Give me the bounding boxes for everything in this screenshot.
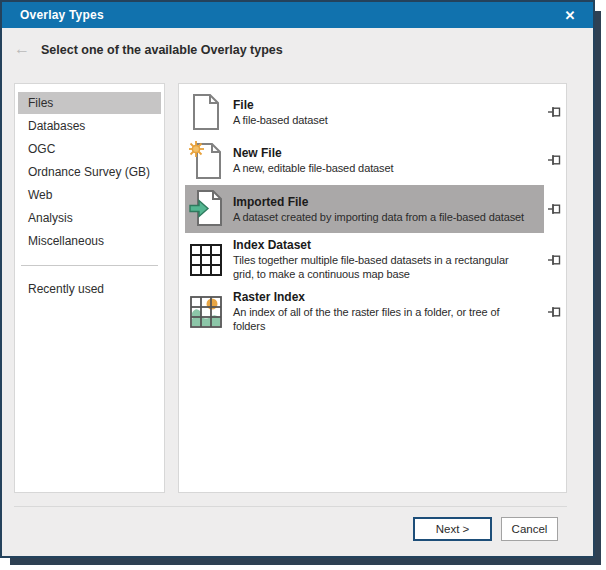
list-item: Index Dataset Tiles together multiple fi… [185,234,564,285]
overlay-type-index-dataset[interactable]: Index Dataset Tiles together multiple fi… [185,234,544,285]
pin-icon[interactable] [544,203,564,215]
overlay-type-title: Index Dataset [233,238,540,253]
category-sidebar: Files Databases OGC Ordnance Survey (GB)… [14,83,165,493]
pin-icon[interactable] [544,254,564,266]
overlay-type-description: Tiles together multiple file-based datas… [233,253,540,281]
overlay-type-imported-file[interactable]: Imported File A dataset created by impor… [185,185,544,233]
wizard-header: ← Select one of the available Overlay ty… [2,28,593,72]
overlay-type-description: An index of all of the the raster files … [233,305,540,333]
sidebar-item-databases[interactable]: Databases [18,115,161,137]
pin-icon[interactable] [544,306,564,318]
overlay-type-title: Raster Index [233,290,540,305]
overlay-type-description: A file-based dataset [233,113,540,127]
overlay-type-raster-index[interactable]: Raster Index An index of all of the the … [185,286,544,337]
overlay-type-title: File [233,98,540,113]
sidebar-item-ordnance-survey[interactable]: Ordnance Survey (GB) [18,161,161,183]
sidebar-item-web[interactable]: Web [18,184,161,206]
next-button[interactable]: Next > [413,517,492,541]
list-item: Raster Index An index of all of the the … [185,286,564,337]
footer-divider [14,506,567,507]
overlay-type-description: A dataset created by importing data from… [233,210,540,224]
overlay-type-list: File A file-based dataset [178,83,567,493]
close-icon[interactable]: ✕ [557,2,583,28]
sidebar-item-files[interactable]: Files [18,92,161,114]
window-title: Overlay Types [2,8,104,22]
page-title: Select one of the available Overlay type… [36,43,283,57]
list-item: New File A new, editable file-based data… [185,136,564,184]
overlay-type-description: A new, editable file-based dataset [233,161,540,175]
overlay-type-file[interactable]: File A file-based dataset [185,89,544,135]
new-file-icon [189,140,223,180]
imported-file-icon [189,189,223,229]
overlay-type-new-file[interactable]: New File A new, editable file-based data… [185,136,544,184]
titlebar[interactable]: Overlay Types ✕ [2,2,593,28]
sidebar-divider [21,265,158,266]
list-item: File A file-based dataset [185,89,564,135]
cancel-button[interactable]: Cancel [501,517,558,541]
file-icon [189,93,223,131]
pin-icon[interactable] [544,154,564,166]
sidebar-item-recently-used[interactable]: Recently used [18,278,161,300]
sidebar-item-miscellaneous[interactable]: Miscellaneous [18,230,161,252]
list-item: Imported File A dataset created by impor… [185,185,564,233]
overlay-type-title: New File [233,146,540,161]
sidebar-item-ogc[interactable]: OGC [18,138,161,160]
pin-icon[interactable] [544,106,564,118]
raster-index-icon [189,296,223,328]
back-arrow-icon[interactable]: ← [2,40,36,60]
overlay-type-title: Imported File [233,195,540,210]
index-dataset-icon [189,244,223,276]
sidebar-item-analysis[interactable]: Analysis [18,207,161,229]
overlay-types-dialog: Overlay Types ✕ ← Select one of the avai… [0,0,595,558]
